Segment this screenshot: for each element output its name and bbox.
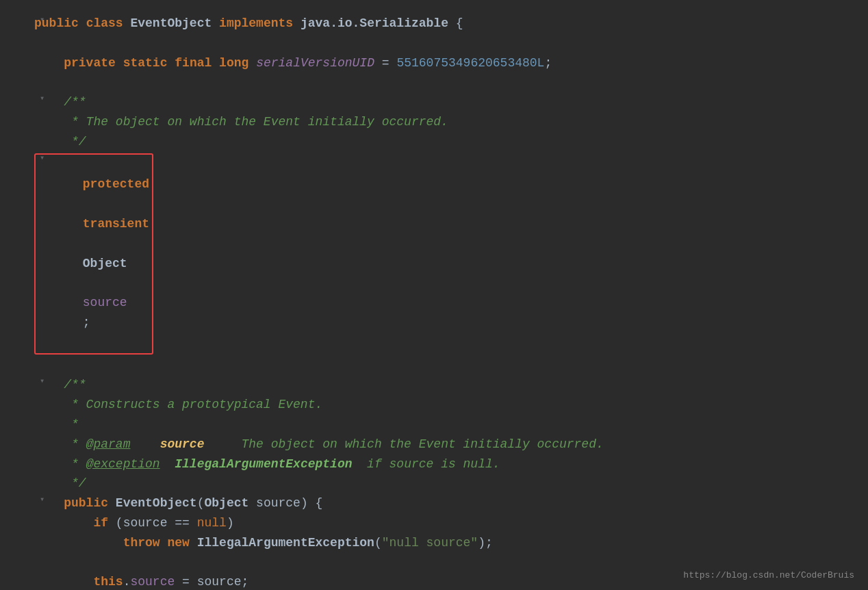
comment-doc-star: * xyxy=(71,415,79,435)
fold-icon-5[interactable]: ▾ xyxy=(40,493,44,506)
kw-public-constructor: public xyxy=(64,493,108,513)
line-javadoc-exception: * @exception IllegalArgumentException if… xyxy=(34,454,854,474)
kw-throw: throw xyxy=(123,533,160,553)
line-javadoc-body-1: * The object on which the Event initiall… xyxy=(34,112,854,132)
line-javadoc-start-1: ▾ /** xyxy=(34,92,854,112)
kw-new: new xyxy=(167,533,189,553)
paren-open: ( xyxy=(197,493,205,513)
throw-paren-open: ( xyxy=(374,533,382,553)
comment-doc-at-exception: @exception xyxy=(86,454,160,474)
line-javadoc-end-1: */ xyxy=(34,132,854,152)
interface-name: java.io.Serializable xyxy=(301,14,448,34)
line-javadoc-end-2: */ xyxy=(34,474,854,493)
line-1: ▾ public class EventObject implements ja… xyxy=(34,14,854,34)
comment-doc-exception-class: IllegalArgumentException xyxy=(175,454,352,474)
op-equals: == xyxy=(167,513,196,533)
line-constructor-decl: ▾ public EventObject ( Object source ) { xyxy=(34,493,854,513)
line-javadoc-star: * xyxy=(34,415,854,435)
semicolon-assign: ; xyxy=(241,572,248,590)
comment-doc-exception-desc: if source is null. xyxy=(353,454,500,474)
throw-paren-close: ) xyxy=(478,533,485,553)
kw-this: this xyxy=(93,572,123,590)
brace-open-constructor: { xyxy=(308,493,323,513)
code-viewer: ▾ public class EventObject implements ja… xyxy=(0,0,868,590)
comment-doc-exception-spaces xyxy=(160,454,175,474)
kw-static: static xyxy=(123,53,168,73)
kw-implements: implements xyxy=(219,14,293,34)
highlighted-source-line: protected transient Object source ; xyxy=(34,153,153,355)
line-blank-2 xyxy=(34,73,854,92)
line-throw-stmt: throw new IllegalArgumentException ( "nu… xyxy=(34,533,854,553)
if-source-var: source xyxy=(123,513,168,533)
comment-doc-constructs: * Constructs a prototypical Event. xyxy=(71,395,322,415)
brace-open: { xyxy=(448,14,463,34)
fold-icon-4[interactable]: ▾ xyxy=(40,375,44,388)
kw-transient: transient xyxy=(83,217,149,231)
fold-icon-1[interactable]: ▾ xyxy=(40,14,44,27)
comment-doc-param-desc: The object on which the Event initially … xyxy=(204,435,603,454)
constructor-name: EventObject xyxy=(116,493,197,513)
operator-assign: = xyxy=(374,53,396,73)
dot-1: . xyxy=(123,572,131,590)
this-source-field: source xyxy=(130,572,175,590)
param-source: source xyxy=(256,493,301,513)
class-name-eventobject: EventObject xyxy=(130,14,212,34)
number-uid: 5516075349620653480L xyxy=(396,53,544,73)
kw-protected: protected xyxy=(83,177,149,191)
throw-semicolon: ; xyxy=(485,533,493,553)
comment-doc-exception-prefix: * xyxy=(71,454,86,474)
kw-private: private xyxy=(64,53,116,73)
param-type-object: Object xyxy=(204,493,248,513)
comment-doc-open-2: /** xyxy=(64,375,86,395)
paren-close: ) xyxy=(301,493,308,513)
comment-doc-at-param: @param xyxy=(86,435,131,454)
line-serial: private static final long serialVersionU… xyxy=(34,53,854,73)
field-serialversionuid: serialVersionUID xyxy=(256,53,374,73)
comment-doc-open-1: /** xyxy=(64,92,86,112)
kw-class: class xyxy=(86,14,123,34)
exception-class: IllegalArgumentException xyxy=(197,533,374,553)
semicolon-source: ; xyxy=(83,316,90,329)
line-field-source: ▾ protected transient Object source ; xyxy=(34,152,854,356)
line-javadoc-param: * @param source The object on which the … xyxy=(34,435,854,454)
field-source-name: source xyxy=(83,296,127,309)
type-object: Object xyxy=(83,257,127,270)
string-null-source: "null source" xyxy=(382,533,478,553)
kw-final: final xyxy=(175,53,212,73)
line-if-stmt: if ( source == null ) xyxy=(34,513,854,533)
kw-long: long xyxy=(219,53,248,73)
comment-doc-source-param: source xyxy=(160,435,205,454)
fold-icon-3[interactable]: ▾ xyxy=(40,152,44,165)
line-blank-3 xyxy=(34,356,854,376)
comment-doc-body-1: * The object on which the Event initiall… xyxy=(71,112,448,132)
if-paren-close: ) xyxy=(227,513,234,533)
op-assign-2: = xyxy=(175,572,196,590)
line-blank-1 xyxy=(34,34,854,53)
line-javadoc-constructs: * Constructs a prototypical Event. xyxy=(34,395,854,415)
fold-icon-2[interactable]: ▾ xyxy=(40,92,44,105)
comment-doc-close-2: */ xyxy=(71,474,86,493)
watermark: https://blog.csdn.net/CoderBruis xyxy=(683,569,854,583)
source-var-rhs: source xyxy=(197,572,242,590)
comment-doc-close-1: */ xyxy=(71,132,86,152)
line-javadoc-start-2: ▾ /** xyxy=(34,375,854,395)
kw-null: null xyxy=(197,513,227,533)
comment-doc-param-prefix: * xyxy=(71,435,86,454)
comment-doc-param-spaces xyxy=(130,435,159,454)
if-paren-open: ( xyxy=(108,513,123,533)
semicolon-1: ; xyxy=(544,53,552,73)
kw-if: if xyxy=(93,513,108,533)
